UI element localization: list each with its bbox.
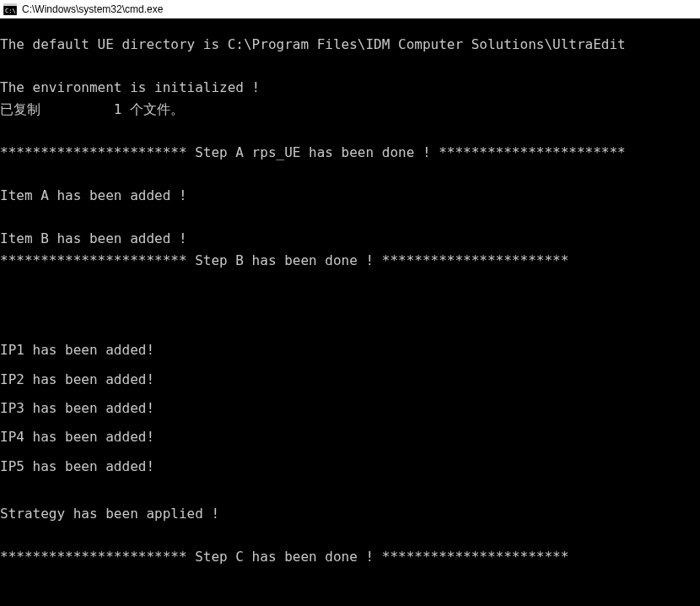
terminal-line	[0, 120, 700, 142]
window-titlebar: C:\ C:\Windows\system32\cmd.exe	[0, 0, 700, 19]
terminal-line	[0, 568, 700, 590]
terminal-line: *********************** Step C has been …	[0, 546, 700, 568]
terminal-line: IP1 has been added!	[0, 336, 700, 365]
terminal-line	[0, 56, 700, 78]
terminal-line: The environment is initialized !	[0, 77, 700, 99]
terminal-line	[0, 272, 700, 294]
svg-rect-1	[3, 3, 17, 6]
terminal-line: 已复制 1 个文件。	[0, 99, 700, 121]
terminal-line	[0, 207, 700, 229]
svg-text:C:\: C:\	[5, 8, 16, 14]
terminal-line: *********************** Step B has been …	[0, 250, 700, 272]
terminal-line: *********************** Step A rps_UE ha…	[0, 142, 700, 164]
terminal-line	[0, 481, 700, 503]
terminal-line	[0, 293, 700, 315]
terminal-line: Strategy has been applied !	[0, 503, 700, 525]
terminal-line: IP4 has been added!	[0, 423, 700, 452]
terminal-line: IP2 has been added!	[0, 365, 700, 394]
terminal-line: The default UE directory is C:\Program F…	[0, 34, 700, 56]
terminal-line	[0, 524, 700, 546]
terminal-line: IP5 has been added!	[0, 452, 700, 481]
terminal-line	[0, 589, 700, 606]
terminal-output[interactable]: The default UE directory is C:\Program F…	[0, 19, 700, 606]
terminal-line: Item B has been added !	[0, 228, 700, 250]
window-title: C:\Windows\system32\cmd.exe	[22, 3, 163, 15]
terminal-line	[0, 164, 700, 186]
terminal-line: IP3 has been added!	[0, 394, 700, 423]
cmd-icon: C:\	[3, 3, 17, 15]
terminal-line	[0, 315, 700, 337]
terminal-line: Item A has been added !	[0, 185, 700, 207]
